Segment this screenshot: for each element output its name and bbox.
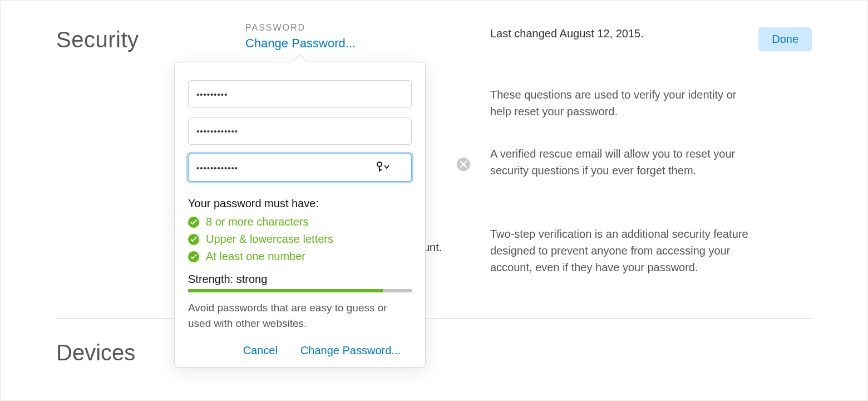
cancel-button[interactable]: Cancel bbox=[232, 342, 289, 359]
close-icon[interactable] bbox=[457, 158, 470, 171]
requirements-title: Your password must have: bbox=[188, 197, 412, 210]
two-step-description: Two-step verification is an additional s… bbox=[490, 226, 757, 276]
change-password-popover: Your password must have: 8 or more chara… bbox=[174, 62, 426, 368]
password-requirements: Your password must have: 8 or more chara… bbox=[188, 197, 412, 263]
password-advice-text: Avoid passwords that are easy to guess o… bbox=[188, 300, 412, 331]
requirement-text: At least one number bbox=[206, 250, 305, 263]
requirement-item: Upper & lowercase letters bbox=[188, 233, 412, 246]
change-password-button[interactable]: Change Password... bbox=[289, 342, 412, 359]
section-title-security: Security bbox=[56, 23, 245, 52]
obscured-text-fragment: unt. bbox=[423, 241, 442, 254]
requirement-item: At least one number bbox=[188, 250, 412, 263]
strength-meter-fill bbox=[188, 289, 383, 292]
security-section-header: Security PASSWORD Change Password... Las… bbox=[56, 23, 812, 52]
checkmark-icon bbox=[188, 234, 199, 245]
new-password-input[interactable] bbox=[188, 117, 412, 145]
section-title-devices: Devices bbox=[56, 340, 135, 365]
checkmark-icon bbox=[188, 251, 199, 262]
confirm-password-input[interactable] bbox=[188, 154, 412, 182]
rescue-email-description: A verified rescue email will allow you t… bbox=[490, 145, 757, 179]
password-field-label: PASSWORD bbox=[245, 23, 490, 33]
requirement-text: 8 or more characters bbox=[206, 216, 309, 228]
requirement-item: 8 or more characters bbox=[188, 216, 412, 228]
section-divider bbox=[56, 318, 812, 319]
current-password-input[interactable] bbox=[188, 80, 412, 108]
password-last-changed-text: Last changed August 12, 2015. bbox=[490, 27, 758, 40]
change-password-link[interactable]: Change Password... bbox=[245, 36, 490, 51]
checkmark-icon bbox=[188, 217, 199, 228]
done-button[interactable]: Done bbox=[758, 27, 812, 51]
requirement-text: Upper & lowercase letters bbox=[206, 233, 333, 246]
security-questions-description: These questions are used to verify your … bbox=[490, 86, 757, 120]
strength-meter bbox=[188, 289, 412, 292]
strength-label: Strength: strong bbox=[188, 273, 412, 286]
